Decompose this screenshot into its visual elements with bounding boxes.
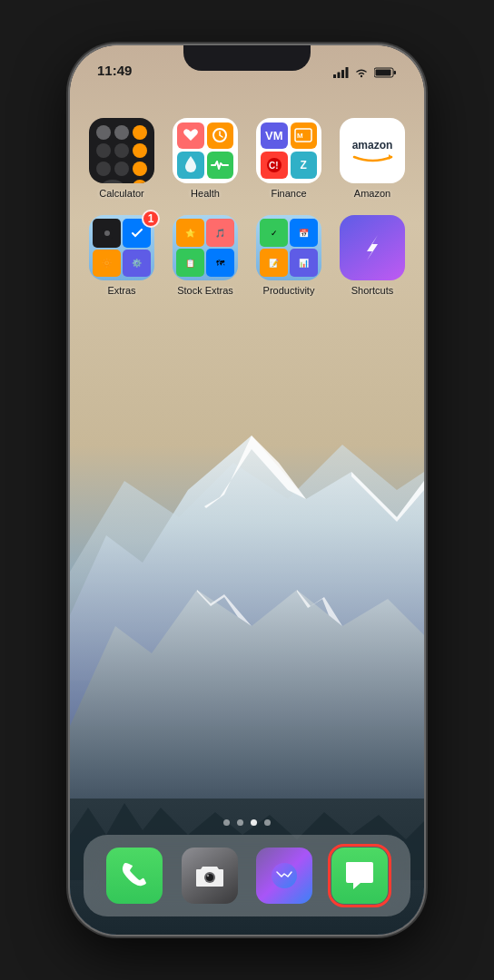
app-health[interactable]: Health	[172, 118, 239, 199]
app-finance[interactable]: VM M C! Z Finance	[255, 118, 322, 199]
app-icon-stock-extras: ⭐ 🎵 📋 🗺	[173, 215, 238, 280]
app-label-amazon: Amazon	[354, 188, 390, 199]
dock-messages[interactable]	[331, 848, 388, 904]
svg-point-25	[104, 230, 110, 236]
app-label-finance: Finance	[271, 188, 306, 199]
app-stock-extras[interactable]: ⭐ 🎵 📋 🗺 Stock Extras	[172, 215, 239, 296]
app-label-stock-extras: Stock Extras	[177, 285, 233, 296]
app-amazon[interactable]: amazon Amazon	[339, 118, 406, 199]
svg-point-14	[361, 75, 362, 77]
app-label-extras: Extras	[107, 285, 135, 296]
app-icon-productivity: ✓ 📅 📝 📊	[256, 215, 321, 280]
dock-camera[interactable]	[182, 848, 238, 904]
app-icon-amazon: amazon	[340, 118, 405, 183]
status-icons	[333, 67, 397, 78]
battery-icon	[374, 67, 397, 78]
extras-badge: 1	[142, 210, 160, 228]
app-label-health: Health	[191, 188, 220, 199]
svg-rect-12	[341, 70, 344, 78]
svg-rect-11	[338, 73, 341, 79]
svg-point-29	[207, 875, 209, 877]
dock-messenger[interactable]	[256, 848, 312, 904]
svg-rect-17	[376, 70, 391, 76]
dock	[84, 835, 410, 916]
app-extras[interactable]: 🔆 ⚙️ 1 Extras	[88, 215, 155, 296]
dock-icon-messenger	[256, 848, 312, 904]
app-grid: Calculator	[70, 109, 424, 305]
svg-text:M: M	[297, 132, 303, 140]
app-icon-health	[173, 118, 238, 183]
app-calculator[interactable]: Calculator	[88, 118, 155, 199]
phone-screen: 11:49	[70, 45, 424, 935]
app-productivity[interactable]: ✓ 📅 📝 📊 Productivity	[255, 215, 322, 296]
svg-text:C!: C!	[269, 161, 279, 171]
app-icon-finance: VM M C! Z	[256, 118, 321, 183]
app-icon-shortcuts	[340, 215, 405, 280]
page-dots	[223, 819, 271, 826]
dock-icon-camera	[182, 848, 238, 904]
dock-phone[interactable]	[106, 848, 163, 904]
dock-icon-messages	[331, 848, 388, 904]
app-icon-extras: 🔆 ⚙️ 1	[89, 215, 154, 280]
app-label-shortcuts: Shortcuts	[351, 285, 393, 296]
dock-icon-phone	[106, 848, 163, 904]
status-time: 11:49	[97, 63, 132, 78]
svg-rect-10	[333, 74, 336, 78]
svg-point-30	[272, 863, 297, 888]
page-dot-2	[237, 819, 243, 826]
notch	[183, 45, 311, 71]
phone-frame: 11:49	[70, 45, 424, 935]
page-dot-1	[223, 819, 230, 826]
app-icon-calculator	[89, 118, 154, 183]
app-label-productivity: Productivity	[263, 285, 315, 296]
svg-rect-16	[394, 71, 397, 74]
app-label-calculator: Calculator	[99, 188, 144, 199]
app-shortcuts[interactable]: Shortcuts	[339, 215, 406, 296]
svg-marker-23	[389, 154, 392, 160]
page-dot-4	[264, 819, 271, 826]
wifi-icon	[354, 67, 369, 78]
page-dot-3	[251, 819, 257, 826]
signal-icon	[333, 67, 349, 78]
svg-rect-13	[346, 67, 349, 78]
